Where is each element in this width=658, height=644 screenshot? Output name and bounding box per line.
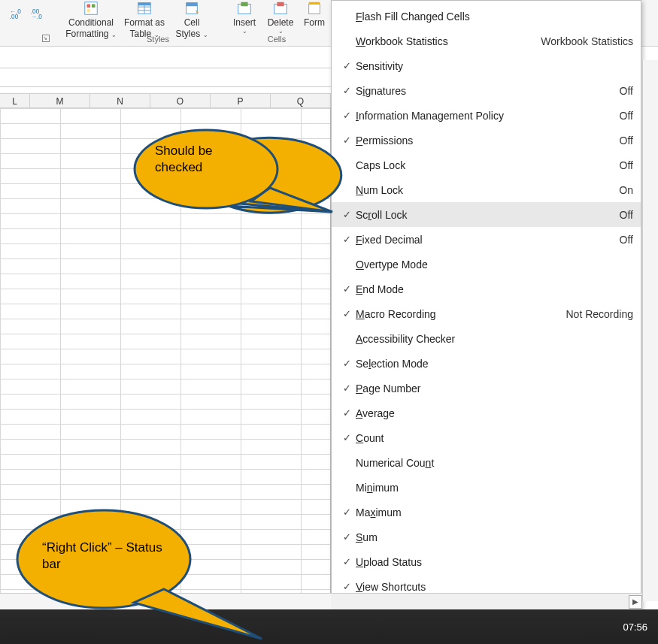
check-icon: ✓ xyxy=(338,382,356,394)
svg-rect-6 xyxy=(92,5,96,8)
check-icon: ✓ xyxy=(338,358,356,369)
svg-rect-17 xyxy=(277,2,284,7)
check-icon: ✓ xyxy=(338,234,356,245)
annotation-callout-right-click-statusbar: “Right Click” – Status bar xyxy=(14,499,262,642)
format-as-table-icon xyxy=(136,0,153,17)
ctx-menu-item-label: Scroll Lock xyxy=(356,209,620,221)
ctx-menu-item[interactable]: Caps LockOff xyxy=(332,153,641,177)
ctx-menu-item-value: On xyxy=(619,184,633,196)
ribbon-group-label-cells: Cells xyxy=(254,35,299,44)
annotation-text: “Right Click” – Status bar xyxy=(42,540,162,573)
ctx-menu-item[interactable]: ✓Sensitivity xyxy=(332,53,641,78)
horizontal-scrollbar[interactable]: ▶ xyxy=(331,593,642,609)
formula-bar[interactable] xyxy=(0,68,331,87)
number-decimal-group: ←.0.00 .00→.0 xyxy=(5,3,50,23)
svg-marker-22 xyxy=(134,589,262,639)
ctx-menu-item-label: Accessibility Checker xyxy=(356,333,633,345)
ctx-menu-item-label: Numerical Count xyxy=(356,457,633,469)
ctx-menu-item[interactable]: ✓Count xyxy=(332,425,641,450)
column-header-q[interactable]: Q xyxy=(271,93,331,107)
ctx-menu-item[interactable]: ✓Upload Status xyxy=(332,549,641,574)
ctx-menu-item[interactable]: ✓Fixed DecimalOff xyxy=(332,227,641,252)
taskbar-clock: 07:56 xyxy=(623,621,647,633)
cell-styles-icon xyxy=(183,0,200,17)
check-icon: ✓ xyxy=(338,531,356,543)
ctx-menu-item-value: Off xyxy=(620,209,633,221)
ctx-menu-item[interactable]: ✓PermissionsOff xyxy=(332,128,641,153)
statusbar-context-menu[interactable]: Flash Fill Changed CellsWorkbook Statist… xyxy=(331,0,641,619)
ctx-menu-item-label: End Mode xyxy=(356,283,633,295)
ctx-menu-item[interactable]: Numerical Count xyxy=(332,450,641,475)
ctx-menu-item-label: Flash Fill Changed Cells xyxy=(356,11,633,23)
ctx-menu-item-label: Fixed Decimal xyxy=(356,234,620,246)
ctx-menu-item-label: Sum xyxy=(356,531,633,543)
column-header-l[interactable]: L xyxy=(0,93,30,107)
ctx-menu-item[interactable]: Overtype Mode xyxy=(332,252,641,277)
insert-cells-button[interactable]: Insert ⌄ xyxy=(227,0,262,35)
svg-rect-15 xyxy=(241,2,247,7)
ctx-menu-item-value: Workbook Statistics xyxy=(541,35,633,47)
ctx-menu-item[interactable]: ✓Scroll LockOff xyxy=(332,202,641,227)
ctx-menu-item[interactable]: Accessibility Checker xyxy=(332,326,641,351)
conditional-formatting-button[interactable]: Conditional Formatting ⌄ xyxy=(62,0,120,40)
ctx-menu-item[interactable]: ✓End Mode xyxy=(332,277,641,301)
ctx-menu-item-label: Permissions xyxy=(356,135,620,147)
ctx-menu-item[interactable]: ✓Selection Mode xyxy=(332,351,641,376)
check-icon: ✓ xyxy=(338,110,356,121)
delete-cells-icon xyxy=(272,0,289,17)
ctx-menu-item-value: Not Recording xyxy=(566,308,634,320)
ctx-menu-item-label: Num Lock xyxy=(356,184,619,196)
svg-text:→.0: →.0 xyxy=(31,14,43,20)
column-header-o[interactable]: O xyxy=(150,93,211,107)
check-icon: ✓ xyxy=(338,556,356,567)
ctx-menu-item-label: Average xyxy=(356,407,633,419)
ctx-menu-item[interactable]: ✓Information Management PolicyOff xyxy=(332,103,641,128)
column-header-m[interactable]: M xyxy=(30,93,90,107)
ctx-menu-item-label: Upload Status xyxy=(356,556,633,568)
check-icon: ✓ xyxy=(338,581,356,592)
delete-cells-button[interactable]: Delete ⌄ xyxy=(263,0,298,35)
check-icon: ✓ xyxy=(338,407,356,419)
ctx-menu-item[interactable]: ✓Average xyxy=(332,401,641,425)
svg-rect-12 xyxy=(138,3,151,6)
check-icon: ✓ xyxy=(338,506,356,518)
ctx-menu-item-label: Maximum xyxy=(356,506,633,519)
chevron-down-icon: ⌄ xyxy=(242,28,247,35)
ctx-menu-item[interactable]: ✓Maximum xyxy=(332,500,641,525)
ctx-menu-item-label: Overtype Mode xyxy=(356,259,633,271)
format-cells-button[interactable]: Form xyxy=(299,0,329,28)
decrease-decimal-icon[interactable]: .00→.0 xyxy=(29,3,47,21)
check-icon: ✓ xyxy=(338,308,356,319)
ctx-menu-item[interactable]: Num LockOn xyxy=(332,177,641,202)
ctx-menu-item-label: Selection Mode xyxy=(356,358,633,370)
ctx-menu-item-label: Signatures xyxy=(356,85,620,97)
ctx-menu-item-value: Off xyxy=(620,159,633,171)
column-headers[interactable]: L M N O P Q xyxy=(0,93,331,108)
svg-rect-18 xyxy=(309,5,320,14)
ctx-menu-item-label: Macro Recording xyxy=(356,308,566,320)
vertical-scrollbar[interactable] xyxy=(642,60,658,601)
column-header-n[interactable]: N xyxy=(90,93,150,107)
conditional-formatting-label-line1: Conditional xyxy=(68,17,114,28)
ctx-menu-item[interactable]: ✓Page Number xyxy=(332,376,641,401)
ribbon-group-label-styles: Styles xyxy=(113,35,203,44)
increase-decimal-icon[interactable]: ←.0.00 xyxy=(8,3,26,21)
ctx-menu-item[interactable]: Flash Fill Changed Cells xyxy=(332,4,641,29)
ctx-menu-item-label: Minimum xyxy=(356,482,633,494)
annotation-callout-should-be-checked: Should be checked xyxy=(123,128,349,225)
ctx-menu-item-value: Off xyxy=(620,234,633,246)
ctx-menu-item[interactable]: ✓Sum xyxy=(332,525,641,549)
check-icon: ✓ xyxy=(338,283,356,295)
check-icon: ✓ xyxy=(338,60,356,71)
ctx-menu-item[interactable]: ✓Macro RecordingNot Recording xyxy=(332,301,641,326)
ctx-menu-item[interactable]: Minimum xyxy=(332,475,641,500)
scroll-right-arrow-icon[interactable]: ▶ xyxy=(629,595,642,609)
ctx-menu-item-label: Caps Lock xyxy=(356,159,620,171)
ctx-menu-item[interactable]: Workbook StatisticsWorkbook Statistics xyxy=(332,29,641,53)
svg-rect-5 xyxy=(87,5,91,8)
number-group-dialog-launcher-icon[interactable]: ↘ xyxy=(42,35,50,42)
column-header-p[interactable]: P xyxy=(211,93,271,107)
ctx-menu-item[interactable]: ✓SignaturesOff xyxy=(332,78,641,103)
ctx-menu-item-label: Information Management Policy xyxy=(356,110,620,122)
format-cells-icon xyxy=(306,0,323,17)
